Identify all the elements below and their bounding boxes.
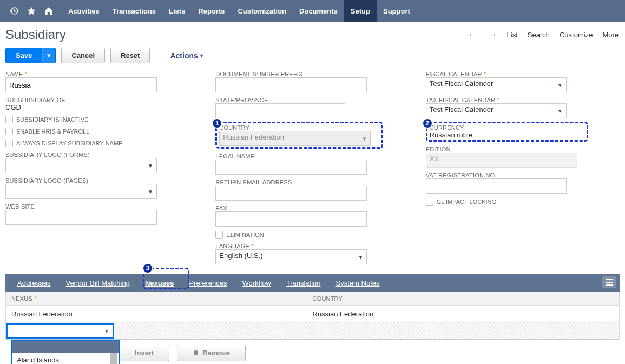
chevron-down-icon: ▼ [361,136,367,142]
label-hris: ENABLE HRIS & PAYROLL [16,128,89,135]
title-row: Subsidiary ← → List Search Customize Mor… [0,22,625,44]
col-header-nexus: NEXUS [11,295,37,302]
tab-vendor-bill-matching[interactable]: Vendor Bill Matching [58,274,137,292]
vat-input[interactable] [426,178,567,194]
chevron-down-icon: ▾ [200,52,203,58]
callout-country-highlight: 1 COUNTRY Russian Federation ▼ [215,122,383,149]
legal-input[interactable] [215,160,367,175]
save-button[interactable]: Save [5,48,42,63]
label-elimination: ELIMINATION [226,231,264,238]
label-inactive: SUBSIDIARY IS INACTIVE [16,116,88,123]
chevron-down-icon: ▼ [557,108,563,114]
history-icon[interactable] [5,2,23,19]
divider [160,49,160,62]
fiscal-select[interactable]: Test Fiscal Calender ▼ [426,77,567,92]
nexus-combo[interactable]: ▼ [6,323,114,339]
link-list[interactable]: List [507,31,518,39]
currency-value: Russian ruble [430,131,584,139]
tab-workflow[interactable]: Workflow [235,274,279,292]
checkbox-alwaysdisplay[interactable] [5,140,13,147]
nexus-combo-input[interactable] [8,325,94,336]
home-icon[interactable] [40,2,57,19]
email-input[interactable] [215,186,367,201]
country-locked-cell [114,323,619,339]
label-parent: SUBSUBSIDIARY OF [5,97,199,103]
dropdown-item-blank[interactable] [12,341,119,353]
chevron-down-icon: ▼ [557,82,563,88]
checkbox-inactive[interactable] [5,116,13,123]
cancel-button[interactable]: Cancel [61,48,105,63]
reset-button[interactable]: Reset [110,48,150,63]
button-row: Save ▾ Cancel Reset Actions ▾ [0,44,625,71]
tab-addresses[interactable]: Addresses [10,274,58,292]
label-state: STATE/PROVINCE [215,97,409,103]
fax-input[interactable] [215,211,367,227]
label-currency: CURRENCY [430,124,584,131]
trash-icon [193,348,199,358]
form-area: NAME SUBSUBSIDIARY OF CGD SUBSIDIARY IS … [0,71,625,274]
docnum-input[interactable] [215,77,367,92]
callout-2-badge: 2 [422,118,433,129]
tab-system-notes[interactable]: System Notes [328,274,387,292]
label-website: WEB SITE [5,203,199,210]
tab-nexuses[interactable]: Nexuses [137,274,181,292]
menu-lists[interactable]: Lists [162,0,192,22]
menu-transactions[interactable]: Transactions [106,0,162,22]
name-input[interactable] [5,77,157,92]
save-dropdown-button[interactable]: ▾ [42,48,56,63]
chevron-down-icon: ▼ [148,189,153,195]
page-title: Subsidiary [5,27,66,42]
menu-activities[interactable]: Activities [62,0,106,22]
remove-button[interactable]: Remove [177,345,246,361]
subtab-bar: Addresses Vendor Bill Matching Nexuses P… [5,274,620,292]
nav-back-icon[interactable]: ← [468,29,478,41]
label-legal: LEGAL NAME [215,153,409,160]
nexus-grid: NEXUS COUNTRY Russian Federation Russian… [5,292,620,340]
menu-documents[interactable]: Documents [293,0,344,22]
label-alwaysdisplay: ALWAYS DISPLAY SUBSIDIARY NAME [16,140,122,147]
website-input[interactable] [5,210,157,225]
logo-forms-select[interactable]: ▼ [5,158,157,173]
table-edit-row: ▼ [6,323,619,340]
cell-nexus: Russian Federation [11,310,313,318]
logo-pages-select[interactable]: ▼ [5,184,157,199]
chevron-down-icon: ▾ [47,51,51,59]
tab-preferences[interactable]: Preferences [181,274,234,292]
chevron-down-icon: ▼ [148,163,153,169]
language-select[interactable]: English (U.S.) ▼ [215,249,367,264]
link-search[interactable]: Search [528,31,550,39]
checkbox-hris[interactable] [5,128,13,135]
cell-country: Russian Federation [313,310,614,318]
table-row[interactable]: Russian Federation Russian Federation [6,306,619,323]
tab-translation[interactable]: Translation [279,274,328,292]
label-edition: EDITION [426,146,620,153]
chevron-down-icon: ▼ [104,328,109,334]
star-icon[interactable] [23,2,40,19]
link-customize[interactable]: Customize [560,31,593,39]
chevron-down-icon: ▼ [358,254,363,260]
scrollbar-thumb[interactable] [110,353,117,364]
insert-button[interactable]: Insert [119,345,169,361]
checkbox-glimpact[interactable] [426,198,433,206]
dropdown-item[interactable]: Aland Islands [12,353,119,364]
checkbox-elimination[interactable] [215,231,223,239]
nexus-dropdown[interactable]: Aland Islands Andorra [11,340,120,364]
taxfiscal-select[interactable]: Test Fiscal Calender ▼ [426,103,567,118]
label-glimpact: GL IMPACT LOCKING [437,198,496,205]
state-input[interactable] [215,103,345,118]
subtab-menu-icon[interactable] [602,276,616,288]
label-vat: VAT REGISTRATION NO. [426,172,620,178]
country-select[interactable]: Russian Federation ▼ [219,131,371,146]
form-col-3: FISCAL CALENDAR Test Fiscal Calender ▼ T… [426,71,620,264]
menu-setup[interactable]: Setup [344,0,377,22]
link-more[interactable]: More [602,31,619,39]
form-col-2: DOCUMENT NUMBER PREFIX STATE/PROVINCE 1 … [215,71,409,264]
menu-reports[interactable]: Reports [192,0,231,22]
label-docnum: DOCUMENT NUMBER PREFIX [215,71,409,77]
actions-menu[interactable]: Actions ▾ [170,51,202,60]
nav-forward-icon[interactable]: → [488,29,497,41]
menu-customization[interactable]: Customization [231,0,293,22]
label-fax: FAX [215,205,409,211]
menu-support[interactable]: Support [377,0,417,22]
edition-input: XX [426,153,577,168]
